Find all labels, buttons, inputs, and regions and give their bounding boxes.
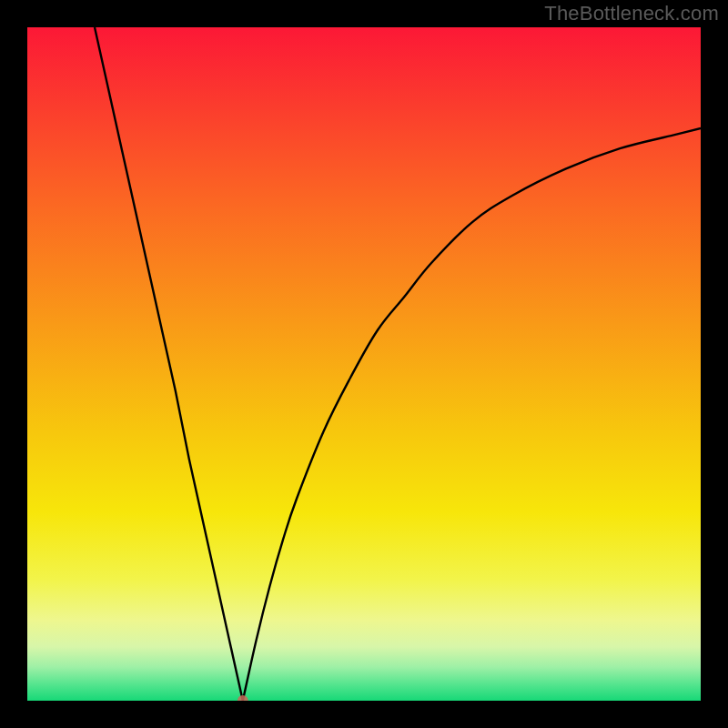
plot-area (27, 27, 701, 701)
bottleneck-curve (27, 27, 701, 701)
curve-line (95, 27, 701, 701)
chart-frame: TheBottleneck.com (0, 0, 728, 728)
minimum-marker (238, 695, 248, 701)
watermark-text: TheBottleneck.com (544, 2, 719, 25)
